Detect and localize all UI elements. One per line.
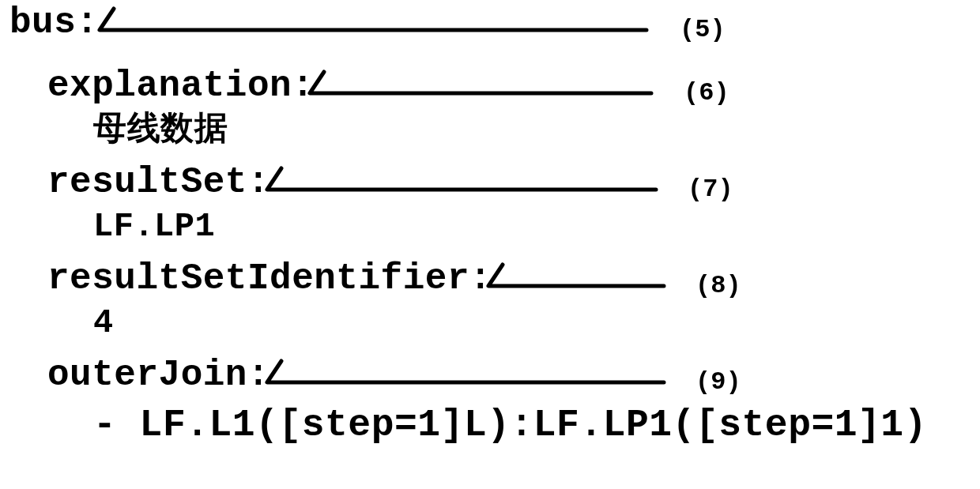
value-outerJoin: - LF.L1([step=1]L):LF.LP1([step=1]1) [93, 406, 927, 444]
annotation-number-8: (8) [695, 273, 741, 299]
annotation-number-9: (9) [695, 370, 741, 395]
value-resultSet: LF.LP1 [93, 210, 215, 243]
key-outerJoin: outerJoin: [47, 357, 270, 393]
key-resultSet: resultSet: [47, 164, 270, 201]
annotation-number-7: (7) [688, 177, 733, 202]
annotation-number-5: (5) [680, 17, 726, 43]
callout-8 [482, 261, 680, 300]
key-bus: bus: [9, 5, 98, 41]
callout-7 [261, 164, 672, 204]
value-resultSetIdentifier: 4 [93, 307, 114, 340]
callout-9 [261, 357, 680, 397]
diagram-canvas: bus: (5) explanation: (6) 母线数据 resultSet… [0, 0, 980, 489]
callout-6 [303, 68, 667, 107]
key-explanation: explanation: [47, 68, 314, 104]
annotation-number-6: (6) [684, 81, 729, 106]
value-explanation: 母线数据 [93, 114, 228, 147]
callout-5 [93, 5, 662, 44]
key-resultSetIdentifier: resultSetIdentifier: [47, 261, 492, 297]
